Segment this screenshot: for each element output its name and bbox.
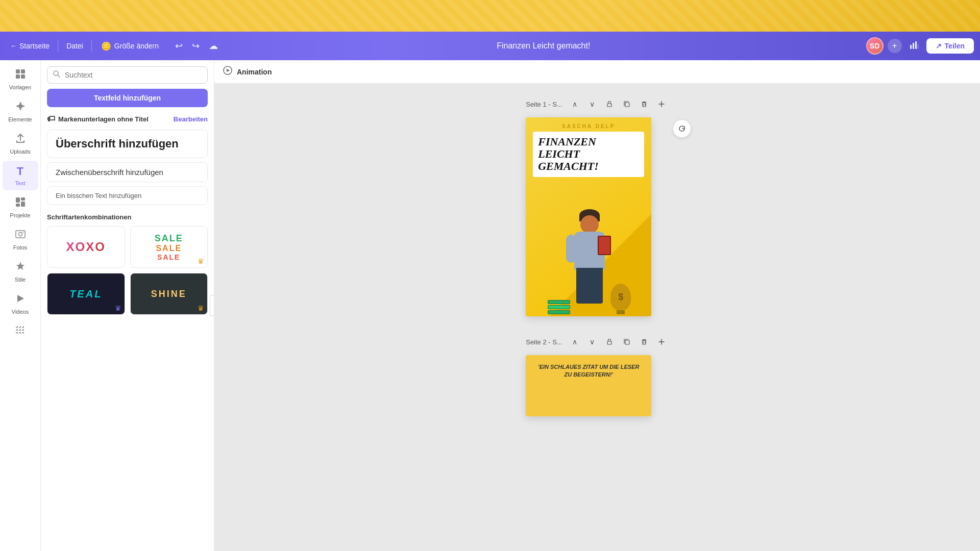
sidebar-item-pattern[interactable] xyxy=(3,321,38,343)
font-combo-shine[interactable]: SHINE ♛ xyxy=(130,273,208,315)
svg-rect-31 xyxy=(625,103,629,107)
svg-rect-3 xyxy=(918,44,918,49)
analytics-button[interactable] xyxy=(906,38,922,55)
sidebar-item-uploads[interactable]: Uploads xyxy=(3,129,38,159)
money-bag: $ xyxy=(609,284,632,314)
person-illustration: $ xyxy=(537,189,640,316)
sidebar-item-text[interactable]: T Text xyxy=(3,161,38,190)
xoxo-preview: XOXO xyxy=(47,227,125,267)
edit-button[interactable]: Bearbeiten xyxy=(174,115,208,123)
svg-marker-10 xyxy=(22,105,25,108)
sale-preview: SALE SALE SALE xyxy=(131,227,208,267)
back-icon: ← xyxy=(10,42,17,50)
header-left: ← Startseite Datei 🪙 Größe ändern xyxy=(6,39,164,53)
header-tools: ↩ ↪ ☁ xyxy=(172,38,221,54)
sidebar-item-videos-label: Videos xyxy=(12,309,29,315)
page1-copy-button[interactable] xyxy=(620,97,634,111)
sidebar-item-elemente[interactable]: Elemente xyxy=(3,96,38,127)
person-legs xyxy=(576,268,603,304)
sale-line1: SALE xyxy=(155,233,183,244)
search-input[interactable] xyxy=(65,71,202,79)
sidebar-item-fotos[interactable]: Fotos xyxy=(3,224,38,255)
stile-icon xyxy=(15,261,26,274)
font-combo-sale[interactable]: SALE SALE SALE ♛ xyxy=(130,226,208,268)
page2-toolbar: Seite 2 - S... ∧ ∨ xyxy=(526,332,669,352)
sale-stack: SALE SALE SALE xyxy=(155,233,183,261)
teal-preview: TEAL xyxy=(47,273,125,314)
page1-add-button[interactable] xyxy=(654,97,669,111)
xoxo-text: XOXO xyxy=(66,240,106,254)
svg-rect-7 xyxy=(21,74,25,79)
canvas-area: Animation Seite 1 - S... ∧ ∨ xyxy=(214,60,980,551)
file-button[interactable]: Datei xyxy=(62,40,87,52)
page2-delete-button[interactable] xyxy=(637,335,651,349)
resize-button[interactable]: 🪙 Größe ändern xyxy=(96,39,164,53)
teal-text: TEAL xyxy=(69,288,102,300)
avatar: SD xyxy=(866,37,884,55)
svg-rect-4 xyxy=(16,69,20,73)
sidebar-item-stile-label: Stile xyxy=(15,277,26,283)
header-center: Finanzen Leicht gemacht! xyxy=(225,41,862,51)
add-subheading-button[interactable]: Zwischenüberschrift hinzufügen xyxy=(47,162,208,182)
sidebar-item-projekte-label: Projekte xyxy=(10,212,30,218)
page2-up-button[interactable]: ∧ xyxy=(568,335,582,349)
page1-up-button[interactable]: ∧ xyxy=(568,97,582,111)
svg-rect-1 xyxy=(913,43,914,49)
share-label: Teilen xyxy=(945,42,965,50)
add-body-button[interactable]: Ein bisschen Text hinzufügen xyxy=(47,186,208,205)
hide-panel-button[interactable]: ‹ xyxy=(210,295,214,316)
page2-down-button[interactable]: ∨ xyxy=(585,335,599,349)
slide1[interactable]: SASCHA DELP FINANZEN LEICHT GEMACHT! xyxy=(526,117,651,316)
svg-rect-14 xyxy=(21,197,25,201)
svg-rect-17 xyxy=(16,231,25,238)
share-icon: ↗ xyxy=(936,42,942,50)
cloud-save-button[interactable]: ☁ xyxy=(206,38,221,54)
back-button[interactable]: ← Startseite xyxy=(6,40,54,52)
page2-lock-button[interactable] xyxy=(602,335,617,349)
page2-add-button[interactable] xyxy=(654,335,669,349)
font-combo-teal[interactable]: TEAL ♛ xyxy=(47,273,125,315)
share-button[interactable]: ↗ Teilen xyxy=(926,38,974,54)
crown-badge3: ♛ xyxy=(198,304,204,312)
page1-lock-button[interactable] xyxy=(602,97,617,111)
sidebar-item-uploads-label: Uploads xyxy=(10,148,30,155)
page2-copy-button[interactable] xyxy=(620,335,634,349)
font-combo-xoxo[interactable]: XOXO xyxy=(47,226,125,268)
videos-icon xyxy=(15,293,26,307)
person-book xyxy=(598,236,611,255)
svg-rect-6 xyxy=(16,74,20,79)
redo-button[interactable]: ↪ xyxy=(189,38,203,54)
elemente-icon xyxy=(15,101,26,114)
animation-play-icon xyxy=(223,65,233,78)
crown-badge2: ♛ xyxy=(115,304,121,312)
undo-button[interactable]: ↩ xyxy=(172,38,186,54)
slide1-title-line1: FINANZEN xyxy=(538,135,596,148)
add-heading-button[interactable]: Überschrift hinzufügen xyxy=(47,130,208,158)
sidebar-item-videos[interactable]: Videos xyxy=(3,289,38,319)
brand-text: Markenunterlagen ohne Titel xyxy=(58,115,149,123)
refresh-button[interactable] xyxy=(673,119,691,138)
sidebar-item-projekte[interactable]: Projekte xyxy=(3,192,38,222)
crown-badge: ♛ xyxy=(198,257,204,265)
search-icon xyxy=(53,70,61,80)
sidebar-item-vorlagen-label: Vorlagen xyxy=(9,84,31,90)
person-head xyxy=(580,215,599,234)
svg-rect-34 xyxy=(625,340,629,344)
back-label: Startseite xyxy=(19,42,50,50)
sidebar-item-elemente-label: Elemente xyxy=(8,116,32,122)
add-user-button[interactable]: + xyxy=(888,39,902,53)
pattern-icon xyxy=(15,325,26,339)
sidebar-item-vorlagen[interactable]: Vorlagen xyxy=(3,64,38,94)
top-decorative-bar xyxy=(0,0,980,32)
page1-down-button[interactable]: ∨ xyxy=(585,97,599,111)
svg-line-28 xyxy=(58,75,60,77)
sidebar-item-stile[interactable]: Stile xyxy=(3,257,38,287)
text-icon: T xyxy=(17,165,23,178)
page1-delete-button[interactable] xyxy=(637,97,651,111)
svg-rect-15 xyxy=(16,204,20,207)
svg-rect-0 xyxy=(910,45,912,49)
svg-rect-16 xyxy=(21,202,25,207)
slide1-title-line2: LEICHT xyxy=(538,147,580,160)
slide2[interactable]: 'EIN SCHLAUES ZITAT UM DIE LESER ZU BEGE… xyxy=(526,355,651,416)
add-textfield-button[interactable]: Textfeld hinzufügen xyxy=(47,89,208,107)
